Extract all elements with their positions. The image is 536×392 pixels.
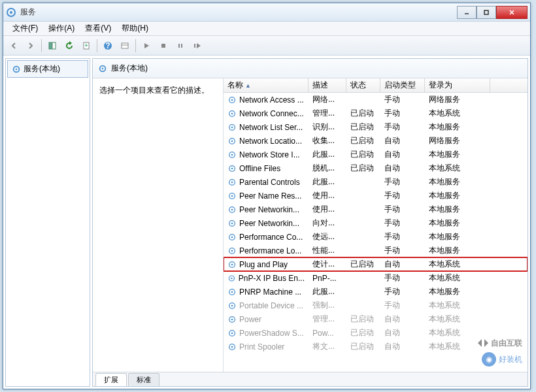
- tab-extended[interactable]: 扩展: [95, 373, 127, 386]
- cell-desc: 收集...: [309, 134, 346, 148]
- svg-point-54: [231, 318, 233, 320]
- svg-rect-15: [181, 44, 182, 48]
- cell-name: Performance Lo...: [224, 245, 309, 257]
- svg-point-40: [231, 222, 233, 224]
- col-desc[interactable]: 描述: [309, 78, 346, 92]
- cell-desc: 识别...: [309, 120, 346, 134]
- cell-name: Network List Ser...: [224, 122, 309, 133]
- toolbar: ?: [3, 36, 530, 56]
- col-name[interactable]: 名称▲: [224, 78, 309, 92]
- svg-point-52: [231, 304, 233, 306]
- service-row[interactable]: PnP-X IP Bus En...PnP-...手动本地系统: [224, 271, 528, 285]
- cell-status: 已启动: [346, 148, 380, 161]
- help-button[interactable]: ?: [100, 38, 116, 54]
- service-row[interactable]: Portable Device ...强制...手动本地系统: [224, 299, 528, 312]
- services-app-icon: [6, 7, 16, 18]
- cell-name: Network Locatio...: [224, 135, 309, 147]
- gear-icon: [227, 329, 237, 338]
- nav-tree[interactable]: 服务(本地): [5, 58, 90, 387]
- service-row[interactable]: Network Store I...此服...已启动自动本地服务: [224, 148, 528, 161]
- col-startup[interactable]: 启动类型: [380, 78, 425, 92]
- cell-name: Plug and Play: [224, 259, 309, 270]
- service-row[interactable]: Peer Networkin...使用...手动本地服务: [224, 203, 528, 216]
- cell-status: 已启动: [346, 106, 380, 120]
- view-tabs: 扩展 标准: [93, 372, 528, 386]
- cell-status: [346, 250, 380, 252]
- description-pane: 选择一个项目来查看它的描述。: [93, 78, 224, 372]
- service-row[interactable]: Print Spooler将文...已启动自动本地系统: [224, 340, 528, 353]
- cell-startup: 手动: [380, 120, 425, 134]
- nav-services-local[interactable]: 服务(本地): [7, 60, 88, 78]
- close-button[interactable]: [496, 6, 528, 19]
- service-row[interactable]: Parental Controls此服...手动本地服务: [224, 175, 528, 189]
- gear-icon: [227, 315, 237, 324]
- show-hide-tree-button[interactable]: [44, 38, 60, 54]
- cell-startup: 自动: [380, 340, 425, 353]
- toolbar-separator: [135, 39, 136, 52]
- cell-startup: 自动: [380, 148, 425, 161]
- restart-service-button[interactable]: [190, 38, 205, 54]
- cell-desc: 性能...: [309, 244, 346, 257]
- gear-icon: [227, 205, 237, 214]
- menu-file[interactable]: 文件(F): [7, 22, 43, 35]
- cell-desc: 将文...: [309, 340, 346, 353]
- titlebar[interactable]: 服务: [3, 3, 530, 22]
- cell-status: [346, 222, 380, 225]
- cell-desc: 此服...: [309, 175, 346, 189]
- service-row[interactable]: Network Access ...网络...手动网络服务: [224, 93, 528, 106]
- service-row[interactable]: Network Locatio...收集...已启动自动网络服务: [224, 134, 528, 148]
- cell-logon: 本地系统: [425, 312, 490, 326]
- sort-asc-icon: ▲: [245, 82, 251, 89]
- cell-startup: 自动: [380, 257, 425, 271]
- forward-button[interactable]: [23, 38, 39, 54]
- menu-action[interactable]: 操作(A): [43, 22, 80, 35]
- service-row[interactable]: Peer Name Res...使用...手动本地服务: [224, 189, 528, 203]
- col-status[interactable]: 状态: [346, 78, 380, 92]
- service-row[interactable]: Offline Files脱机...已启动自动本地系统: [224, 161, 528, 175]
- tab-standard[interactable]: 标准: [128, 373, 159, 386]
- start-service-button[interactable]: [139, 38, 154, 54]
- service-row[interactable]: Network Connec...管理...已启动手动本地系统: [224, 106, 528, 120]
- cell-status: [346, 304, 380, 307]
- svg-rect-6: [49, 42, 52, 49]
- cell-status: [346, 236, 380, 238]
- svg-point-26: [231, 126, 233, 128]
- svg-rect-11: [122, 43, 128, 48]
- service-row[interactable]: Power管理...已启动自动本地系统: [224, 312, 528, 326]
- service-row[interactable]: Peer Networkin...向对...手动本地服务: [224, 216, 528, 230]
- cell-name: PowerShadow S...: [224, 327, 309, 339]
- service-row[interactable]: PowerShadow S...Pow...已启动自动本地系统: [224, 326, 528, 340]
- properties-button[interactable]: [117, 38, 133, 54]
- service-row[interactable]: Network List Ser...识别...已启动手动本地服务: [224, 120, 528, 134]
- col-logon[interactable]: 登录为: [425, 78, 490, 92]
- menu-help[interactable]: 帮助(H): [116, 22, 154, 35]
- service-row[interactable]: Plug and Play使计...已启动自动本地系统: [224, 257, 528, 271]
- services-rows[interactable]: Network Access ...网络...手动网络服务Network Con…: [224, 93, 528, 372]
- cell-logon: 本地服务: [425, 216, 490, 230]
- pause-service-button[interactable]: [173, 38, 188, 54]
- cell-status: 已启动: [346, 134, 380, 148]
- cell-logon: 本地服务: [425, 120, 490, 134]
- cell-logon: 本地服务: [425, 230, 490, 244]
- cell-logon: 本地系统: [425, 326, 490, 340]
- svg-point-28: [231, 140, 233, 142]
- service-row[interactable]: Performance Co...使远...手动本地服务: [224, 230, 528, 244]
- cell-startup: 手动: [380, 216, 425, 230]
- cell-logon: 本地服务: [425, 189, 490, 203]
- stop-service-button[interactable]: [156, 38, 171, 54]
- back-button[interactable]: [6, 38, 22, 54]
- cell-name: Print Spooler: [224, 341, 309, 353]
- service-row[interactable]: Performance Lo...性能...手动本地服务: [224, 244, 528, 257]
- cell-name: Network Store I...: [224, 149, 309, 161]
- maximize-button[interactable]: [477, 6, 496, 19]
- menu-view[interactable]: 查看(V): [80, 22, 116, 35]
- refresh-button[interactable]: [61, 38, 77, 54]
- cell-status: 已启动: [346, 312, 380, 326]
- svg-text:?: ?: [105, 41, 110, 50]
- cell-desc: PnP-...: [309, 272, 346, 284]
- minimize-button[interactable]: [457, 6, 477, 19]
- export-button[interactable]: [78, 38, 94, 54]
- service-row[interactable]: PNRP Machine ...此服...手动本地服务: [224, 285, 528, 299]
- services-list-pane: 名称▲ 描述 状态 启动类型 登录为 Network Access ...网络.…: [224, 78, 528, 372]
- cell-logon: 本地系统: [425, 340, 490, 353]
